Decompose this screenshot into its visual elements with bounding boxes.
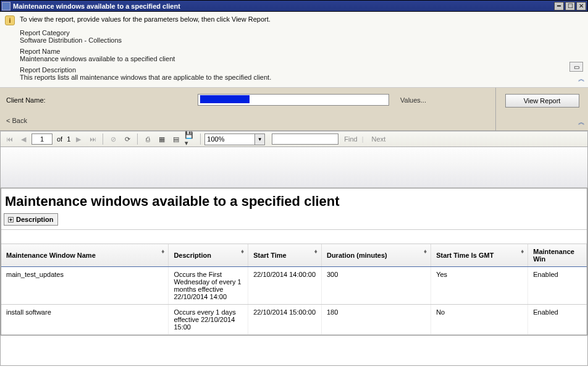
print-layout-button[interactable]: ▦ xyxy=(156,133,168,145)
table-row[interactable]: main_test_updatesOccurs the First Wednes… xyxy=(1,267,587,305)
page-setup-button[interactable]: ▤ xyxy=(170,133,182,145)
info-icon: i xyxy=(5,15,15,25)
cell-desc: Occurs the First Wednesday of every 1 mo… xyxy=(169,267,248,305)
client-name-label: Client Name: xyxy=(6,96,198,104)
first-page-button[interactable]: ⏮ xyxy=(3,133,15,145)
maximize-button[interactable]: ☐ xyxy=(565,2,575,11)
report-toolbar: ⏮ ◀ of 1 ▶ ⏭ ⊘ ⟳ ⎙ ▦ ▤ 💾▾ 100% ▼ Find | … xyxy=(0,131,588,147)
refresh-button[interactable]: ⟳ xyxy=(121,133,133,145)
col-header-name[interactable]: Maintenance Window Name♦ xyxy=(1,244,169,267)
zoom-input[interactable]: 100% xyxy=(204,134,255,145)
report-category-label: Report Category xyxy=(20,29,583,36)
page-number-input[interactable] xyxy=(32,134,52,145)
stop-button[interactable]: ⊘ xyxy=(107,133,119,145)
cell-name: main_test_updates xyxy=(1,267,169,305)
sort-icon: ♦ xyxy=(424,248,427,255)
report-name-value: Maintenance windows available to a speci… xyxy=(20,55,583,62)
back-link[interactable]: < Back xyxy=(6,117,489,124)
info-options-button[interactable]: ▭ xyxy=(569,62,583,72)
cell-gmt: No xyxy=(431,305,528,335)
page-of-label: of xyxy=(57,135,62,143)
find-separator: | xyxy=(362,135,364,143)
zoom-dropdown-button[interactable]: ▼ xyxy=(255,134,265,145)
report-desc-label: Report Description xyxy=(20,66,583,74)
print-button[interactable]: ⎙ xyxy=(141,133,154,145)
report-category-value: Software Distribution - Collections xyxy=(20,36,583,44)
col-header-duration[interactable]: Duration (minutes)♦ xyxy=(321,244,430,267)
cell-start: 22/10/2014 14:00:00 xyxy=(248,267,322,305)
last-page-button[interactable]: ⏭ xyxy=(86,133,99,145)
prev-page-button[interactable]: ◀ xyxy=(17,133,30,145)
close-button[interactable]: ✕ xyxy=(576,2,586,11)
find-input[interactable] xyxy=(272,134,338,145)
report-desc-value: This reports lists all maintenance windo… xyxy=(20,74,583,81)
info-panel: i To view the report, provide values for… xyxy=(0,12,588,88)
next-page-button[interactable]: ▶ xyxy=(72,133,85,145)
window-titlebar: Maintenance windows available to a speci… xyxy=(0,0,588,12)
sort-icon: ♦ xyxy=(314,248,317,255)
export-button[interactable]: 💾▾ xyxy=(184,133,196,145)
report-header-band xyxy=(1,147,587,188)
info-intro: To view the report, provide values for t… xyxy=(20,15,271,23)
toolbar-separator xyxy=(200,134,201,145)
description-toggle-label: Description xyxy=(16,216,54,223)
collapse-info-icon[interactable]: ︽ xyxy=(578,74,583,83)
cell-start: 22/10/2014 15:00:00 xyxy=(248,305,322,335)
values-link[interactable]: Values... xyxy=(400,96,426,104)
view-report-button[interactable]: View Report xyxy=(505,94,579,108)
app-icon xyxy=(2,2,10,11)
col-header-start-time[interactable]: Start Time♦ xyxy=(248,244,322,267)
cell-duration: 300 xyxy=(321,267,430,305)
col-header-gmt[interactable]: Start Time Is GMT♦ xyxy=(431,244,528,267)
sort-icon: ♦ xyxy=(521,248,524,255)
col-header-description[interactable]: Description♦ xyxy=(169,244,248,267)
cell-name: install software xyxy=(1,305,169,335)
parameter-panel: Client Name: Values... < Back View Repor… xyxy=(0,88,588,131)
cell-gmt: Yes xyxy=(431,267,528,305)
report-body: Maintenance windows available to a speci… xyxy=(0,147,588,366)
toolbar-separator xyxy=(137,134,138,145)
page-total: 1 xyxy=(67,135,70,143)
report-title: Maintenance windows available to a speci… xyxy=(1,189,587,213)
sort-icon: ♦ xyxy=(241,248,244,255)
maintenance-window-table: Maintenance Window Name♦ Description♦ St… xyxy=(1,244,587,335)
col-header-mwin[interactable]: Maintenance Win xyxy=(528,244,587,267)
collapse-params-icon[interactable]: ︽ xyxy=(578,117,583,127)
minimize-button[interactable]: ━ xyxy=(554,2,564,11)
client-name-input[interactable] xyxy=(198,94,389,106)
sort-icon: ♦ xyxy=(161,248,164,255)
gap-band xyxy=(1,229,587,244)
cell-mwin: Enabled xyxy=(528,305,587,335)
report-name-label: Report Name xyxy=(20,48,583,55)
table-row[interactable]: install softwareOccurs every 1 days effe… xyxy=(1,305,587,335)
expand-icon: + xyxy=(8,217,14,223)
description-toggle[interactable]: + Description xyxy=(4,213,58,226)
window-title: Maintenance windows available to a speci… xyxy=(13,2,554,10)
cell-desc: Occurs every 1 days effective 22/10/2014… xyxy=(169,305,248,335)
find-button[interactable]: Find xyxy=(344,135,357,143)
find-next-button[interactable]: Next xyxy=(372,135,386,143)
toolbar-separator xyxy=(103,134,103,145)
cell-duration: 180 xyxy=(321,305,430,335)
cell-mwin: Enabled xyxy=(528,267,587,305)
